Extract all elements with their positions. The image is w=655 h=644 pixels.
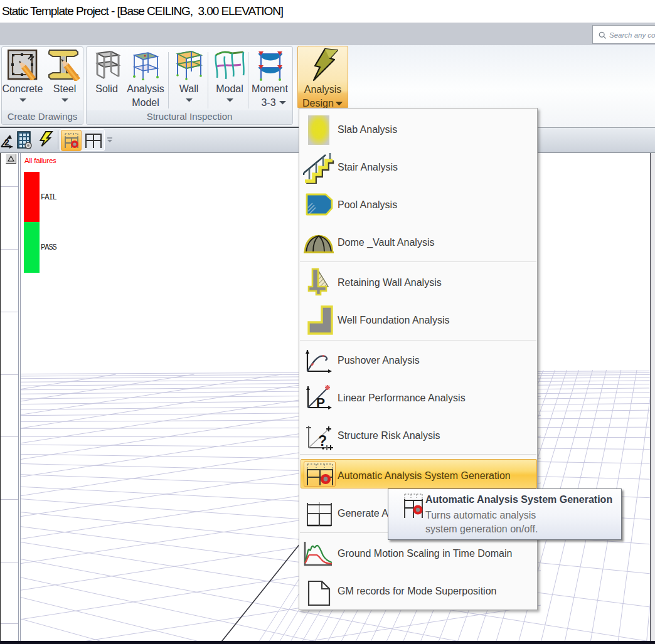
- svg-text:?: ?: [318, 433, 327, 449]
- svg-text:P: P: [316, 395, 325, 409]
- svg-text:2: 2: [4, 137, 9, 147]
